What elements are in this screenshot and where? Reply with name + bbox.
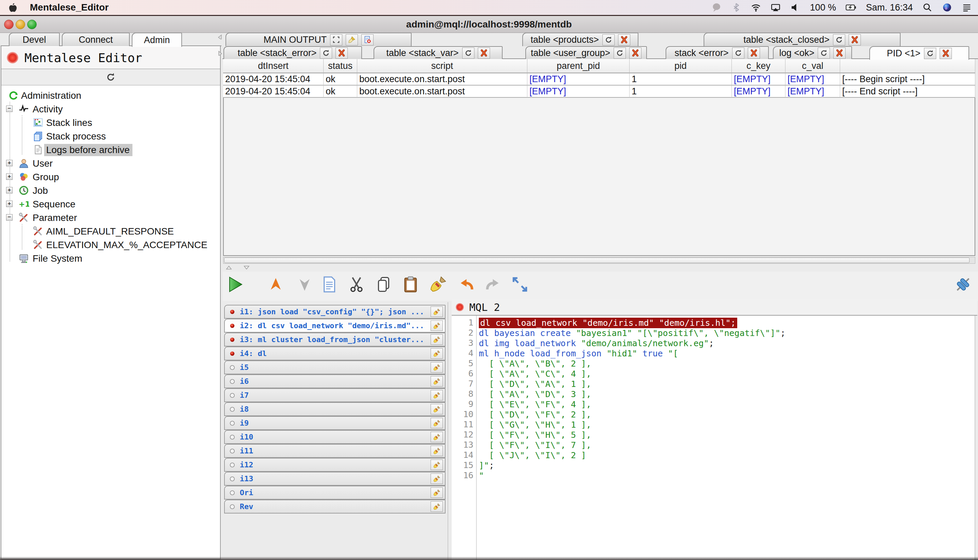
tab-admin[interactable]: Admin: [132, 33, 182, 47]
table-cell[interactable]: ok: [324, 85, 357, 98]
clean-instruction-button[interactable]: [431, 404, 443, 414]
resize-button[interactable]: [511, 273, 529, 295]
instruction-row-i13[interactable]: i13: [224, 472, 446, 486]
table-cell[interactable]: ok: [324, 73, 357, 85]
refresh-button[interactable]: [732, 48, 744, 59]
table-cell[interactable]: 1: [629, 85, 732, 98]
instruction-row-ori[interactable]: Ori: [224, 486, 446, 500]
delete-button[interactable]: [849, 34, 861, 45]
delete-button[interactable]: [618, 34, 630, 45]
tab-devel[interactable]: Devel: [9, 33, 60, 46]
clean-instruction-button[interactable]: [431, 307, 443, 317]
minimize-window-button[interactable]: [16, 20, 25, 29]
table-cell[interactable]: [---- End script ----]: [840, 85, 975, 98]
instruction-row-rev[interactable]: Rev: [224, 500, 446, 513]
clean-instruction-button[interactable]: [431, 460, 443, 470]
refresh-button[interactable]: [320, 48, 332, 59]
column-header-status[interactable]: status: [324, 59, 357, 73]
menubar-clock[interactable]: Sam. 16:34: [866, 2, 913, 13]
tab-log-ok-[interactable]: log <ok>: [773, 46, 852, 59]
tab-table-stack-error-[interactable]: table <stack_error>: [224, 46, 362, 59]
wifi-icon[interactable]: [751, 2, 761, 13]
redo-button[interactable]: [484, 273, 502, 295]
sidebar-refresh-button[interactable]: [2, 69, 220, 85]
clean-instruction-button[interactable]: [431, 334, 443, 345]
instruction-row-i9[interactable]: i9: [224, 416, 446, 430]
balloon-icon[interactable]: [711, 2, 722, 13]
cut-button[interactable]: [347, 273, 366, 295]
table-cell[interactable]: [EMPTY]: [527, 73, 629, 85]
instruction-row-i4[interactable]: i4: dl: [224, 347, 446, 360]
refresh-button[interactable]: [833, 34, 845, 45]
instruction-row-i5[interactable]: i5: [224, 360, 446, 374]
instruction-row-i8[interactable]: i8: [224, 402, 446, 416]
column-header-comment[interactable]: [840, 59, 975, 73]
zoom-window-button[interactable]: [27, 20, 37, 29]
splitter-collapse-up-arrow[interactable]: [225, 264, 232, 271]
tab-table-stack-var-[interactable]: table <stack_var>: [374, 46, 502, 59]
collapse-right-arrow[interactable]: [217, 50, 223, 56]
table-cell[interactable]: [EMPTY]: [786, 73, 840, 85]
column-header-parent_pid[interactable]: parent_pid: [527, 59, 629, 73]
table-cell[interactable]: 2019-04-20 15:45:04: [223, 85, 324, 98]
new-document-button[interactable]: [320, 273, 339, 295]
apple-menu-icon[interactable]: [7, 2, 18, 13]
tab-main-output[interactable]: MAIN OUTPUT: [225, 33, 412, 46]
brush-button[interactable]: [346, 34, 358, 45]
table-cell[interactable]: [EMPTY]: [732, 85, 786, 98]
delete-button[interactable]: [629, 48, 641, 59]
clean-instruction-button[interactable]: [431, 432, 443, 442]
collapse-toggle-icon[interactable]: −: [6, 214, 13, 221]
instruction-row-i6[interactable]: i6: [224, 374, 446, 388]
expand-toggle-icon[interactable]: +: [6, 173, 13, 180]
bluetooth-icon[interactable]: [731, 2, 741, 13]
expand-toggle-icon[interactable]: +: [6, 160, 13, 166]
tab-pid-1-[interactable]: PID <1>: [870, 46, 969, 60]
expand-button[interactable]: [330, 34, 342, 45]
close-window-button[interactable]: [4, 20, 13, 29]
tab-table-stack-closed-[interactable]: table <stack_closed>: [704, 33, 901, 46]
instruction-row-i7[interactable]: i7: [224, 388, 446, 402]
window-titlebar[interactable]: admin@mql://localhost:9998/mentdb: [0, 16, 978, 33]
expand-toggle-icon[interactable]: +: [6, 201, 13, 207]
instruction-row-i11[interactable]: i11: [224, 444, 446, 458]
clean-instruction-button[interactable]: [431, 390, 443, 400]
tab-connect[interactable]: Connect: [62, 33, 130, 46]
instruction-row-i10[interactable]: i10: [224, 430, 446, 444]
table-cell[interactable]: 2019-04-20 15:45:04: [223, 73, 324, 85]
clean-instruction-button[interactable]: [431, 376, 443, 387]
column-header-c_key[interactable]: c_key: [732, 59, 786, 73]
refresh-button[interactable]: [602, 34, 615, 45]
delete-button[interactable]: [478, 48, 490, 59]
delete-button[interactable]: [833, 48, 846, 59]
instruction-row-i2[interactable]: i2: dl csv load_network "demo/iris.md"..…: [224, 319, 446, 333]
clean-instruction-button[interactable]: [431, 501, 443, 512]
table-cell[interactable]: boot.execute.on.start.post: [357, 73, 527, 85]
refresh-button[interactable]: [924, 48, 936, 59]
refresh-button[interactable]: [462, 48, 474, 59]
move-up-button[interactable]: [266, 273, 285, 295]
delete-button[interactable]: [748, 48, 760, 59]
menubar-app-name[interactable]: Mentalese_Editor: [30, 2, 108, 13]
undo-button[interactable]: [457, 273, 476, 295]
airplay-icon[interactable]: [771, 2, 781, 13]
cleardoc-button[interactable]: [361, 34, 374, 45]
spotlight-icon[interactable]: [922, 2, 933, 13]
table-cell[interactable]: [EMPTY]: [786, 85, 840, 98]
clean-instruction-button[interactable]: [431, 487, 443, 498]
table-cell[interactable]: [EMPTY]: [732, 73, 786, 85]
instruction-row-i3[interactable]: i3: ml cluster load_from_json "cluster..…: [224, 333, 446, 347]
table-cell[interactable]: boot.execute.on.start.post: [357, 85, 527, 98]
instruction-row-i1[interactable]: i1: json load "csv_config" "{}"; json ..…: [224, 305, 446, 319]
table-hscrollbar-thumb[interactable]: [224, 258, 970, 263]
table-cell[interactable]: [---- Begin script ----]: [840, 73, 975, 85]
table-cell[interactable]: [EMPTY]: [527, 85, 629, 98]
collapse-left-arrow[interactable]: [217, 34, 223, 39]
splitter-collapse-down-arrow[interactable]: [243, 264, 250, 271]
instruction-row-i12[interactable]: i12: [224, 458, 446, 472]
column-header-pid[interactable]: pid: [629, 59, 732, 73]
clean-instruction-button[interactable]: [431, 362, 443, 373]
expand-toggle-icon[interactable]: +: [6, 187, 13, 193]
clean-button[interactable]: [429, 273, 447, 295]
delete-button[interactable]: [940, 48, 952, 59]
